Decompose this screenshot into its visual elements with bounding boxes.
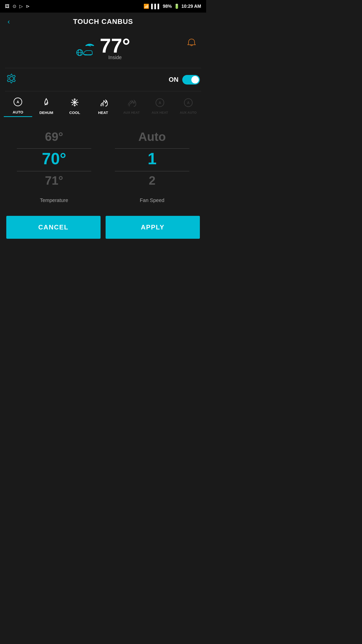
cool-snowflake-icon [70,98,79,109]
heat-label: HEAT [98,110,108,115]
control-row: ON [0,69,206,90]
temp-display: 77° Inside [76,36,130,64]
mode-selector: A AUTO DEHUM COOL [0,93,206,122]
play-icon: ▷ [19,4,23,9]
temperature-value: 77° [100,36,130,56]
clock-icon: ⊙ [13,4,16,9]
divider-1 [5,68,201,68]
cool-label: COOL [69,110,80,115]
fan-speed-picker: Auto 1 2 Fan Speed [106,127,199,203]
settings-gear-icon[interactable] [6,73,17,86]
aux-heat1-label: AUX HEAT [123,111,140,114]
temperature-picker: 69° 70° 71° Temperature [8,127,101,203]
picker-line-bottom-fan [115,171,189,171]
temperature-scroll[interactable]: 69° 70° 71° [8,127,101,192]
picker-line-top-temp [17,148,91,149]
apply-button[interactable]: APPLY [106,216,200,239]
picker-section: 69° 70° 71° Temperature Auto 1 2 Fan Spe… [0,122,206,208]
auto-label: AUTO [13,110,23,114]
status-info: 📶 ▌▌▌ 98% 🔋 10:29 AM [144,4,201,9]
picker-line-bottom-temp [17,171,91,171]
dehum-icon [41,98,51,109]
wifi-icon: 📶 [144,4,149,9]
aux-auto-icon: A [184,98,193,109]
power-toggle[interactable] [182,75,200,85]
bookmark-icon: ⊳ [26,4,30,9]
signal-icon: ▌▌▌ [151,4,161,9]
wifi-globe-icon [76,43,96,57]
cancel-button[interactable]: CANCEL [6,216,101,239]
dehum-label: DEHUM [39,110,53,115]
mode-auto[interactable]: A AUTO [4,95,32,117]
svg-text:A: A [159,101,161,105]
divider-2 [5,91,201,91]
aux-heat2-label: AUX HEAT [152,111,168,114]
mode-cool[interactable]: COOL [61,96,89,117]
auto-icon: A [13,97,23,108]
action-buttons: CANCEL APPLY [0,208,206,249]
mode-aux-heat2[interactable]: A AUX HEAT [146,96,174,116]
fan-speed-scroll[interactable]: Auto 1 2 [106,127,199,192]
temp-section: 77° Inside [0,31,206,67]
on-label: ON [169,76,178,84]
page-title: TOUCH CANBUS [8,18,199,26]
svg-text:A: A [17,100,19,104]
fan-selected: 1 [106,147,199,171]
mode-aux-heat1[interactable]: AUX HEAT [117,96,146,116]
connectivity-icons [76,43,96,57]
gallery-icon: 🖼 [5,4,10,9]
aux-auto-label: AUX AUTO [180,111,197,114]
header: ‹ TOUCH CANBUS [0,13,206,31]
battery-icon: 🔋 [174,4,179,9]
picker-line-top-fan [115,148,189,149]
time-display: 10:29 AM [182,4,201,9]
notification-bell-icon[interactable] [187,38,196,49]
temp-above: 69° [8,127,101,147]
power-toggle-section: ON [169,75,200,85]
status-icons: 🖼 ⊙ ▷ ⊳ [5,4,30,9]
fan-above: Auto [106,127,199,147]
mode-heat[interactable]: HEAT [89,96,117,117]
heat-icon [98,98,108,109]
battery-percent: 98% [163,4,172,9]
mode-dehum[interactable]: DEHUM [32,96,61,117]
temperature-label: Temperature [40,197,68,203]
status-bar: 🖼 ⊙ ▷ ⊳ 📶 ▌▌▌ 98% 🔋 10:29 AM [0,0,206,13]
temp-selected: 70° [8,147,101,171]
aux-heat2-icon: A [155,98,165,109]
fan-below: 2 [106,171,199,190]
back-button[interactable]: ‹ [8,18,10,26]
svg-text:A: A [187,101,190,105]
fan-speed-label: Fan Speed [140,197,164,203]
temperature-value-block: 77° Inside [100,36,130,64]
aux-heat1-icon [127,98,136,109]
mode-aux-auto[interactable]: A AUX AUTO [174,96,202,116]
temp-below: 71° [8,171,101,190]
svg-point-3 [10,76,14,80]
